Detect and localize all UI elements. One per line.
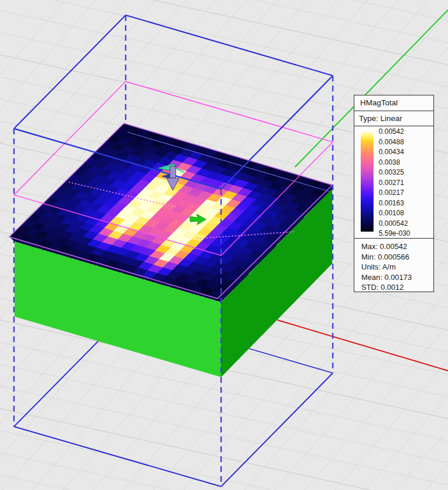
stat-units: Units: A/m	[361, 262, 433, 272]
stat-std: STD: 0.0012	[361, 282, 433, 293]
colorbar-gradient	[361, 132, 374, 232]
stat-max: Max: 0.00542	[361, 242, 433, 252]
scale-tick: 0.00217	[379, 189, 404, 197]
scale-tick: 0.00325	[379, 168, 404, 177]
scale-tick: 0.000542	[379, 219, 408, 228]
stat-min: Min: 0.000566	[361, 252, 433, 262]
legend-scale-type: Type: Linear	[354, 111, 433, 126]
3d-modeler-viewport[interactable]: HMagTotal Type: Linear 0.00542 0.00488 0…	[0, 0, 448, 490]
scale-tick: 0.00542	[379, 127, 404, 136]
scale-tick: 0.00108	[379, 209, 404, 218]
scale-tick: 0.0038	[379, 158, 400, 167]
legend-stats: Max: 0.00542 Min: 0.000566 Units: A/m Me…	[354, 239, 433, 293]
legend-color-scale: 0.00542 0.00488 0.00434 0.0038 0.00325 0…	[354, 126, 433, 239]
field-plot-legend[interactable]: HMagTotal Type: Linear 0.00542 0.00488 0…	[354, 95, 434, 292]
scale-tick: 5.59e-030	[379, 229, 410, 238]
scale-tick: 0.00271	[379, 179, 404, 187]
scale-tick: 0.00163	[379, 199, 404, 208]
stat-mean: Mean: 0.00173	[361, 272, 433, 283]
scale-tick: 0.00488	[379, 138, 404, 147]
legend-title: HMagTotal	[354, 95, 433, 111]
scale-tick: 0.00434	[379, 148, 404, 157]
